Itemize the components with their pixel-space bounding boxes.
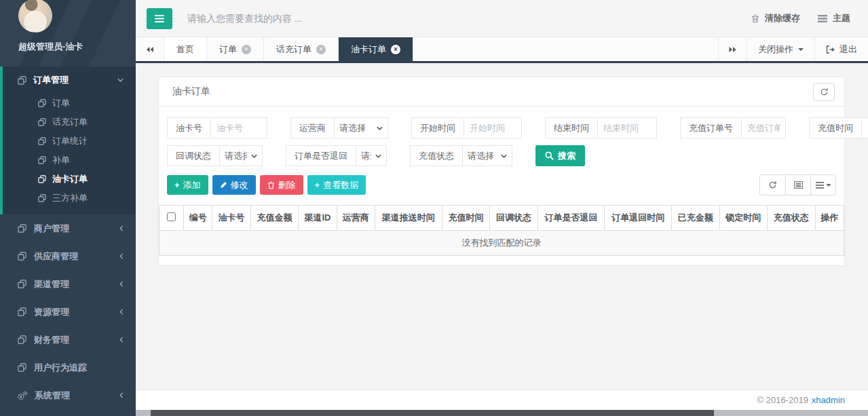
recharge-status-select[interactable]: 请选择	[462, 145, 512, 166]
chevron-left-icon	[119, 225, 124, 231]
sidebar-item-supplier-management[interactable]: 供应商管理	[0, 242, 136, 270]
column-header: 充值时间	[442, 206, 490, 231]
horizontal-scrollbar[interactable]	[136, 410, 868, 416]
delete-button[interactable]: 删除	[260, 175, 303, 195]
filter-label: 回调状态	[167, 145, 220, 166]
tabs-scroll-right-button[interactable]	[718, 37, 747, 61]
avatar[interactable]	[18, 0, 52, 33]
double-chevron-left-icon	[146, 46, 154, 53]
theme-button[interactable]: 主题	[818, 12, 850, 24]
sidebar-item-label: 订单管理	[33, 74, 69, 86]
order-returned-select[interactable]: 请选择	[356, 145, 387, 166]
copy-icon	[18, 76, 26, 85]
start-time-input[interactable]	[464, 117, 522, 138]
trash-icon	[267, 181, 275, 189]
filter-label: 油卡号	[167, 117, 211, 138]
sidebar: 超级管理员-油卡 订单管理 订单 话充订单 订单统计 补单	[0, 0, 136, 416]
sidebar-item-label: 订单	[52, 97, 70, 109]
sign-out-icon	[826, 45, 835, 54]
operator-select[interactable]: 请选择	[334, 117, 388, 138]
sidebar-item-finance-management[interactable]: 财务管理	[0, 326, 136, 354]
chevron-down-icon	[251, 154, 257, 158]
table-empty-row: 没有找到匹配的记录	[159, 231, 844, 256]
search-icon	[545, 151, 554, 160]
recharge-time-input[interactable]	[861, 117, 868, 138]
end-time-input[interactable]	[597, 117, 657, 138]
filter-label: 充值订单号	[680, 117, 742, 138]
copy-icon	[18, 252, 26, 261]
search-button[interactable]: 搜索	[535, 145, 585, 166]
close-icon[interactable]: ×	[391, 45, 400, 54]
sidebar-item-order-statistics[interactable]: 订单统计	[3, 132, 136, 151]
tab-label: 话充订单	[276, 43, 312, 56]
copy-icon	[18, 307, 26, 316]
filter-row-2: 回调状态 请选择 订单是否退回 请选择 充值	[167, 145, 836, 166]
sidebar-item-label: 订单统计	[52, 135, 88, 147]
tab-orders[interactable]: 订单 ×	[207, 37, 264, 61]
sidebar-item-channel-management[interactable]: 渠道管理	[0, 270, 136, 298]
sidebar-item-orders[interactable]: 订单	[3, 94, 136, 113]
theme-label: 主题	[833, 12, 850, 24]
scrollbar-thumb[interactable]	[151, 410, 714, 416]
add-button[interactable]: + 添加	[167, 175, 208, 195]
chevron-left-icon	[119, 309, 124, 315]
clear-cache-button[interactable]: 清除缓存	[751, 12, 800, 24]
sidebar-item-resource-management[interactable]: 资源管理	[0, 298, 136, 326]
filter-oilcard-number: 油卡号	[167, 117, 267, 138]
sidebar-item-merchant-management[interactable]: 商户管理	[0, 214, 136, 242]
exit-button[interactable]: 退出	[814, 37, 868, 61]
filter-label: 开始时间	[411, 117, 464, 138]
close-icon[interactable]: ×	[242, 45, 251, 54]
copyright-text: © 2016-2019	[757, 395, 808, 405]
tab-oilcard-orders[interactable]: 油卡订单 ×	[339, 37, 413, 61]
sidebar-item-thirdparty-supplement[interactable]: 三方补单	[3, 189, 136, 208]
close-icon[interactable]: ×	[316, 45, 326, 54]
copy-icon	[18, 280, 26, 288]
edit-button[interactable]: 修改	[212, 175, 256, 195]
sidebar-item-order-management[interactable]: 订单管理	[3, 67, 136, 94]
tab-home[interactable]: 首页	[164, 37, 207, 61]
filter-callback-status: 回调状态 请选择	[167, 145, 263, 166]
copy-icon	[38, 99, 46, 107]
sidebar-item-user-behavior-tracking[interactable]: 用户行为追踪	[0, 354, 136, 381]
tabs-scroll-left-button[interactable]	[136, 37, 164, 61]
sidebar-item-oilcard-orders[interactable]: 油卡订单	[3, 170, 136, 189]
sidebar-item-supplement-orders[interactable]: 补单	[3, 151, 136, 170]
sidebar-item-label: 资源管理	[34, 306, 69, 318]
top-navbar: 清除缓存 主题	[136, 0, 868, 37]
filter-label: 充值时间	[809, 117, 862, 138]
search-input[interactable]	[187, 13, 472, 24]
card-view-icon	[794, 181, 803, 189]
tab-label: 首页	[176, 43, 194, 56]
close-operations-dropdown[interactable]: 关闭操作	[747, 37, 814, 61]
select-all-checkbox[interactable]	[167, 212, 176, 221]
orders-table-container: 编号 油卡号 充值金额 渠道ID 运营商 渠道推送时间 充值时间 回调状态 订单…	[159, 205, 844, 256]
tab-phone-recharge-orders[interactable]: 话充订单 ×	[264, 37, 339, 61]
columns-dropdown-button[interactable]	[810, 175, 835, 195]
topbar-right: 清除缓存 主题	[751, 12, 850, 24]
sidebar-item-label: 补单	[52, 154, 70, 166]
empty-message: 没有找到匹配的记录	[159, 231, 844, 256]
filter-recharge-order-number: 充值订单号	[680, 117, 786, 138]
caret-down-icon	[798, 48, 804, 51]
hamburger-menu-button[interactable]	[147, 8, 172, 29]
copy-icon	[18, 363, 26, 372]
user-name: 超级管理员-油卡	[18, 41, 136, 53]
view-data-button[interactable]: + 查看数据	[307, 175, 366, 195]
copy-icon	[38, 137, 46, 145]
recharge-order-number-input[interactable]	[741, 117, 786, 138]
oilcard-number-input[interactable]	[210, 117, 267, 138]
callback-status-select[interactable]: 请选择	[219, 145, 263, 166]
plus-icon: +	[315, 180, 320, 190]
panel-refresh-button[interactable]	[813, 83, 835, 101]
toggle-view-button[interactable]	[785, 175, 810, 195]
tab-label: 订单	[219, 43, 237, 56]
table-refresh-button[interactable]	[760, 175, 785, 195]
brand-link[interactable]: xhadmin	[812, 395, 845, 405]
tab-label: 油卡订单	[351, 43, 386, 56]
gears-icon	[18, 391, 27, 400]
sidebar-item-label: 油卡订单	[52, 173, 88, 185]
trash-icon	[751, 14, 759, 23]
sidebar-item-system-management[interactable]: 系统管理	[0, 381, 136, 409]
sidebar-item-phone-recharge-orders[interactable]: 话充订单	[3, 113, 136, 132]
